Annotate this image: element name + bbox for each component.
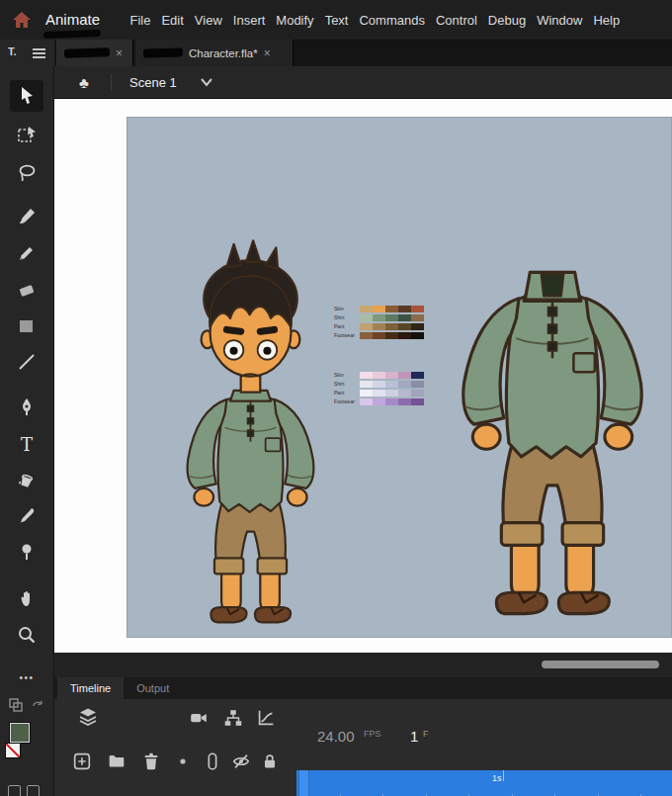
playhead[interactable] xyxy=(298,770,309,796)
layers-button[interactable] xyxy=(76,705,100,729)
menu-item-text[interactable]: Text xyxy=(319,13,354,28)
timeline-body: 24.00 FPS 1 F xyxy=(54,699,672,796)
menu-item-help[interactable]: Help xyxy=(588,13,626,28)
brush-tool[interactable] xyxy=(10,201,43,232)
paint-bucket-icon xyxy=(15,468,39,491)
free-transform-tool[interactable] xyxy=(10,120,43,151)
highlight-layer-button[interactable] xyxy=(178,756,188,766)
chevron-down-icon[interactable] xyxy=(199,76,214,88)
menu-item-modify[interactable]: Modify xyxy=(271,13,319,28)
selection-tool[interactable] xyxy=(10,80,43,112)
stage[interactable]: SkinShirtPantFootwear SkinShirtPantFootw… xyxy=(126,117,672,638)
document-view[interactable]: SkinShirtPantFootwear SkinShirtPantFootw… xyxy=(54,99,672,653)
default-colors-button[interactable] xyxy=(30,697,45,713)
palette-swatch xyxy=(373,314,385,321)
lock-layers-button[interactable] xyxy=(259,751,281,772)
line-icon xyxy=(15,350,39,374)
eraser-tool[interactable] xyxy=(10,274,43,306)
delete-layer-button[interactable] xyxy=(140,751,162,772)
onion-skin-button[interactable] xyxy=(202,751,223,772)
seconds-marker-line xyxy=(503,770,504,781)
tab-timeline[interactable]: Timeline xyxy=(57,677,124,699)
document-tab-label: Character.fla* xyxy=(189,47,258,59)
palette-row: Pant xyxy=(334,322,424,331)
palette-swatch xyxy=(398,332,411,339)
horizontal-scrollbar[interactable] xyxy=(54,653,672,677)
symbol-icon[interactable]: ♣ xyxy=(79,66,89,99)
add-layer-button[interactable] xyxy=(71,751,93,772)
layer-hierarchy-button[interactable] xyxy=(222,707,244,729)
home-button[interactable] xyxy=(10,8,34,32)
menu-item-window[interactable]: Window xyxy=(532,13,588,28)
current-frame-value[interactable]: 1 xyxy=(410,728,418,745)
fps-value[interactable]: 24.00 xyxy=(317,728,355,745)
menubar: Animate FileEditViewInsertModifyTextComm… xyxy=(0,0,672,40)
camera-button[interactable] xyxy=(188,707,210,729)
timeline-tabs: Timeline Output xyxy=(54,677,672,699)
menu-item-commands[interactable]: Commands xyxy=(354,13,430,28)
palette-swatch xyxy=(360,398,373,405)
paint-bucket-tool[interactable] xyxy=(10,464,43,495)
fill-color-swatch[interactable] xyxy=(10,723,30,743)
palette-swatch xyxy=(373,381,385,388)
onion-skin-icon xyxy=(202,751,223,772)
palette-row: Shirt xyxy=(334,313,424,322)
lasso-tool[interactable] xyxy=(10,157,43,189)
scene-name[interactable]: Scene 1 xyxy=(129,66,177,99)
palette-swatches xyxy=(360,314,424,321)
tab-output[interactable]: Output xyxy=(124,677,182,699)
pen-icon xyxy=(15,396,39,419)
palette-night: SkinShirtPantFootwear xyxy=(334,371,424,406)
close-icon[interactable]: × xyxy=(264,47,271,59)
pen-tool[interactable] xyxy=(10,392,43,423)
more-tools-button[interactable]: ••• xyxy=(10,662,43,693)
close-icon[interactable]: × xyxy=(116,47,123,59)
panel-menu-icon[interactable] xyxy=(33,48,45,60)
timeline-ruler[interactable]: 1s 510152025303540 xyxy=(296,770,672,796)
hand-tool[interactable] xyxy=(10,583,43,615)
palette-swatches xyxy=(360,390,424,397)
lock-icon xyxy=(259,751,281,772)
partial-panel-icon[interactable] xyxy=(27,785,40,796)
partial-panel-icon[interactable] xyxy=(8,785,21,796)
scrollbar-thumb[interactable] xyxy=(542,661,659,668)
menu-items: FileEditViewInsertModifyTextCommandsCont… xyxy=(125,0,626,40)
line-tool[interactable] xyxy=(10,346,43,378)
palette-row: Shirt xyxy=(334,380,424,389)
menu-item-edit[interactable]: Edit xyxy=(156,13,189,28)
zoom-tool[interactable] xyxy=(10,619,43,651)
menu-item-insert[interactable]: Insert xyxy=(227,13,271,28)
palette-swatch xyxy=(360,306,373,312)
palette-swatch xyxy=(398,398,411,405)
camera-icon xyxy=(188,707,210,729)
frame-unit-label: F xyxy=(423,729,429,739)
home-icon xyxy=(10,8,34,32)
palette-swatch xyxy=(360,332,373,339)
asset-warp-tool[interactable] xyxy=(10,536,43,568)
graph-editor-button[interactable] xyxy=(255,707,277,729)
palette-row-label: Skin xyxy=(334,372,360,379)
swap-colors-button[interactable] xyxy=(8,697,24,713)
menu-item-view[interactable]: View xyxy=(189,13,227,28)
folder-icon xyxy=(106,751,127,772)
layers-icon xyxy=(76,705,100,729)
palette-swatch xyxy=(373,372,385,379)
divider xyxy=(111,74,112,91)
eye-slash-icon xyxy=(230,751,252,772)
pencil-tool[interactable] xyxy=(10,237,43,269)
menu-item-file[interactable]: File xyxy=(125,13,156,28)
palette-swatch xyxy=(398,323,411,330)
eyedropper-tool[interactable] xyxy=(10,500,43,532)
menu-item-debug[interactable]: Debug xyxy=(482,13,531,28)
redacted-tab-label xyxy=(64,47,110,58)
rectangle-tool[interactable] xyxy=(10,310,43,342)
document-tab-1[interactable]: × xyxy=(56,40,133,66)
palette-row-label: Pant xyxy=(334,390,360,397)
hide-layers-button[interactable] xyxy=(230,751,252,772)
palette-swatch xyxy=(385,314,398,321)
text-tool[interactable]: T xyxy=(10,428,43,460)
stroke-color-swatch[interactable] xyxy=(5,743,21,758)
menu-item-control[interactable]: Control xyxy=(430,13,482,28)
add-folder-button[interactable] xyxy=(106,751,127,772)
document-tab-2[interactable]: Character.fla* × xyxy=(135,40,294,66)
